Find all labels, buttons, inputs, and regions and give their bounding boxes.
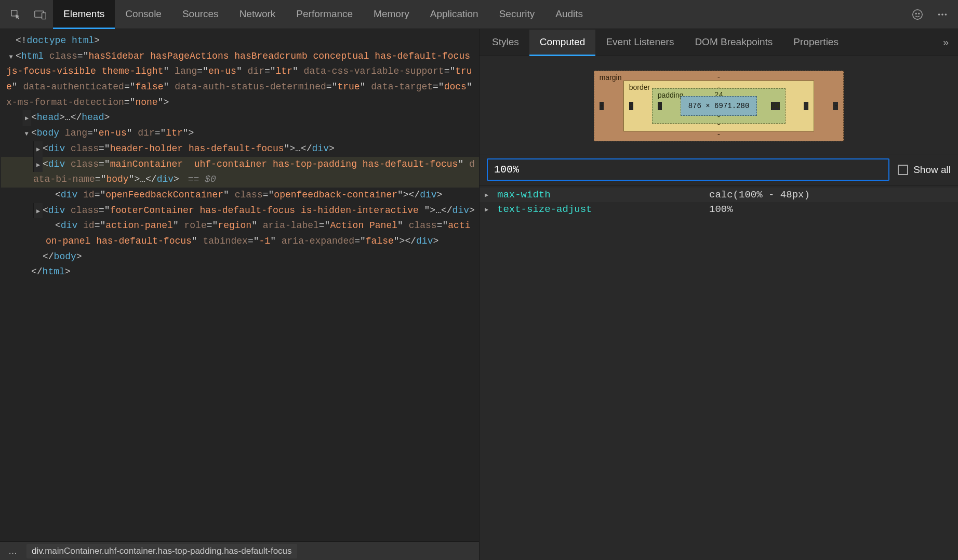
breadcrumb-more-icon[interactable]: …: [4, 546, 21, 556]
computed-prop-name: max-width: [497, 189, 705, 201]
svg-point-8: [945, 14, 947, 16]
feedback-smiley-icon[interactable]: [905, 0, 930, 29]
subtab-properties[interactable]: Properties: [783, 30, 849, 56]
box-model-margin[interactable]: margin - - - - border - - - -: [594, 71, 844, 141]
svg-point-6: [938, 14, 940, 16]
caret-right-icon[interactable]: [33, 157, 43, 172]
caret-right-icon[interactable]: [22, 110, 31, 126]
dom-node-line[interactable]: <body lang="en-us" dir="ltr">: [1, 126, 479, 141]
breadcrumb-path[interactable]: div.mainContainer.uhf-container.has-top-…: [26, 544, 297, 558]
main-tab-memory[interactable]: Memory: [363, 0, 420, 29]
computed-prop-value: 100%: [709, 204, 733, 215]
show-all-checkbox[interactable]: Show all: [898, 164, 951, 176]
dom-tree[interactable]: <!doctype html><html class="hasSidebar h…: [0, 29, 479, 541]
dom-node-line[interactable]: <div class="footerContainer has-default-…: [1, 203, 479, 219]
dom-node-line[interactable]: <div class="header-holder has-default-fo…: [1, 141, 479, 157]
dom-node-line[interactable]: <div id="openFeedbackContainer" class="o…: [1, 188, 479, 203]
computed-prop-name: text-size-adjust: [497, 204, 705, 215]
breadcrumb-bar: … div.mainContainer.uhf-container.has-to…: [0, 541, 479, 560]
device-toolbar-icon[interactable]: [28, 0, 53, 29]
dom-node-line[interactable]: <html class="hasSidebar hasPageActions h…: [1, 49, 479, 111]
box-model-border[interactable]: border - - - - padding 24 24 -: [623, 81, 815, 131]
subtabs-more-icon[interactable]: »: [936, 36, 956, 48]
computed-prop-row[interactable]: ▶text-size-adjust100%: [480, 202, 958, 217]
sidebar-tabs: StylesComputedEvent ListenersDOM Breakpo…: [480, 29, 958, 56]
checkbox-icon[interactable]: [898, 165, 908, 175]
kebab-menu-icon[interactable]: [930, 0, 955, 29]
box-model-content-size[interactable]: 876 × 6971.280: [681, 96, 757, 116]
dom-node-line[interactable]: <head>…</head>: [1, 110, 479, 126]
box-model-padding[interactable]: padding 24 24 - - 876 × 6971.280: [652, 88, 786, 124]
dom-node-line[interactable]: </html>: [1, 264, 479, 280]
caret-down-icon[interactable]: [22, 126, 31, 141]
main-tab-audits[interactable]: Audits: [545, 0, 593, 29]
main-tab-application[interactable]: Application: [420, 0, 489, 29]
computed-prop-row[interactable]: ▶max-widthcalc(100% - 48px): [480, 188, 958, 202]
dom-node-line[interactable]: <div class="mainContainer uhf-container …: [1, 157, 479, 188]
main-tab-network[interactable]: Network: [229, 0, 286, 29]
main-tab-performance[interactable]: Performance: [286, 0, 363, 29]
caret-right-icon[interactable]: [33, 203, 43, 219]
main-tab-sources[interactable]: Sources: [172, 0, 229, 29]
svg-point-4: [915, 13, 916, 14]
dom-node-line[interactable]: <div id="action-panel" role="region" ari…: [1, 218, 479, 249]
caret-right-icon[interactable]: [33, 141, 43, 157]
subtab-styles[interactable]: Styles: [482, 30, 529, 56]
devtools-toolbar: ElementsConsoleSourcesNetworkPerformance…: [0, 0, 958, 29]
subtab-computed[interactable]: Computed: [529, 30, 596, 56]
box-model-diagram: margin - - - - border - - - -: [480, 56, 958, 154]
subtab-dom-breakpoints[interactable]: DOM Breakpoints: [684, 30, 783, 56]
main-tab-console[interactable]: Console: [115, 0, 172, 29]
main-tab-elements[interactable]: Elements: [53, 0, 115, 29]
caret-right-icon[interactable]: ▶: [485, 191, 493, 199]
computed-filter-row: Show all: [480, 154, 958, 185]
main-tabs: ElementsConsoleSourcesNetworkPerformance…: [53, 0, 593, 29]
dom-node-line[interactable]: <!doctype html>: [1, 33, 479, 49]
dom-node-line[interactable]: </body>: [1, 249, 479, 265]
subtab-event-listeners[interactable]: Event Listeners: [595, 30, 684, 56]
computed-prop-value: calc(100% - 48px): [709, 189, 810, 201]
inspect-icon[interactable]: [3, 0, 28, 29]
svg-rect-2: [42, 12, 46, 19]
computed-properties-list: ▶max-widthcalc(100% - 48px)▶text-size-ad…: [480, 185, 958, 219]
caret-right-icon[interactable]: ▶: [485, 206, 493, 214]
show-all-label: Show all: [913, 164, 951, 176]
caret-down-icon[interactable]: [6, 49, 16, 64]
main-tab-security[interactable]: Security: [489, 0, 545, 29]
computed-filter-input[interactable]: [487, 158, 889, 181]
svg-point-7: [941, 14, 943, 16]
svg-point-3: [913, 9, 922, 19]
svg-point-5: [919, 13, 920, 14]
